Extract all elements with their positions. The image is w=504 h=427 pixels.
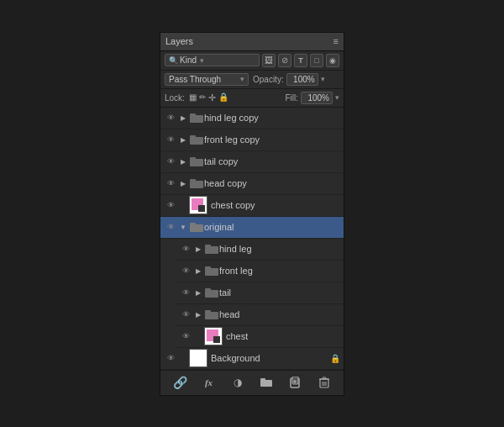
visibility-eye-original[interactable]: 👁: [164, 220, 177, 234]
visibility-eye-hind-leg[interactable]: 👁: [179, 242, 192, 256]
layer-name-tail-copy: tail copy: [204, 156, 340, 166]
bottom-bar: 🔗 fx ◑: [160, 370, 344, 395]
svg-rect-0: [190, 115, 203, 123]
visibility-eye-tail-copy[interactable]: 👁: [164, 155, 177, 168]
svg-rect-26: [323, 377, 326, 379]
fx-icon[interactable]: fx: [200, 374, 217, 391]
svg-rect-15: [205, 288, 211, 291]
layer-name-front-leg: front leg: [219, 266, 340, 276]
fill-chevron[interactable]: ▾: [335, 93, 339, 102]
visibility-eye-head[interactable]: 👁: [179, 308, 192, 321]
opacity-row: Opacity: 100% ▾: [253, 73, 325, 86]
expand-head-copy[interactable]: ▶: [177, 177, 189, 189]
layer-name-tail: tail: [219, 287, 340, 298]
layer-name-hind-leg-copy: hind leg copy: [204, 113, 340, 123]
opacity-label: Opacity:: [253, 75, 284, 84]
kind-toolbar-row: 🔍 Kind ▾ 🖼 ⊘ T □ ◉: [160, 51, 344, 71]
expand-head[interactable]: ▶: [192, 308, 204, 320]
svg-rect-18: [260, 380, 272, 387]
layer-item-head[interactable]: 👁 ▶ head: [176, 304, 344, 326]
lock-paint-icon[interactable]: ✏: [199, 92, 206, 103]
expand-tail[interactable]: ▶: [192, 287, 204, 298]
opacity-input[interactable]: 100%: [286, 73, 318, 86]
visibility-eye-chest-copy[interactable]: 👁: [164, 198, 177, 212]
lock-all-icon[interactable]: 🔒: [218, 92, 228, 103]
svg-rect-12: [205, 268, 218, 276]
expand-front-leg-copy[interactable]: ▶: [177, 134, 189, 145]
adjustment-filter-icon[interactable]: ⊘: [278, 54, 291, 67]
expand-hind-leg-copy[interactable]: ▶: [177, 112, 189, 124]
lock-icons: ▦ ✏ ✛ 🔒: [189, 92, 228, 103]
layer-item-original[interactable]: 👁 ▼ original: [160, 217, 344, 239]
lock-background-icon: 🔒: [330, 354, 340, 363]
add-mask-icon[interactable]: ◑: [229, 374, 246, 391]
panel-titlebar: Layers ≡: [160, 33, 344, 51]
svg-rect-7: [190, 179, 196, 182]
folder-icon-front-leg: [204, 265, 219, 277]
svg-rect-13: [205, 266, 211, 269]
smart-filter-icon[interactable]: ◉: [326, 54, 339, 67]
svg-rect-8: [190, 224, 203, 232]
folder-icon-hind-leg: [204, 243, 219, 255]
layer-name-head-copy: head copy: [204, 178, 340, 188]
folder-icon-original: [189, 221, 204, 233]
lock-row: Lock: ▦ ✏ ✛ 🔒 Fill: 100% ▾: [160, 89, 344, 108]
layer-name-front-leg-copy: front leg copy: [204, 134, 340, 145]
layer-item-background[interactable]: 👁 Background 🔒: [160, 348, 344, 370]
folder-icon-tail-copy: [189, 156, 204, 167]
svg-rect-19: [260, 378, 265, 381]
visibility-eye-front-leg-copy[interactable]: 👁: [164, 133, 177, 146]
visibility-eye-background[interactable]: 👁: [164, 351, 177, 365]
shape-filter-icon[interactable]: □: [310, 54, 323, 67]
opacity-chevron[interactable]: ▾: [321, 75, 325, 83]
image-filter-icon[interactable]: 🖼: [262, 54, 276, 67]
layer-item-tail[interactable]: 👁 ▶ tail: [176, 282, 344, 304]
thumbnail-chest: [204, 327, 223, 345]
new-layer-icon[interactable]: [286, 374, 303, 391]
layer-name-hind-leg: hind leg: [219, 244, 340, 254]
visibility-eye-head-copy[interactable]: 👁: [164, 177, 177, 190]
svg-rect-3: [190, 135, 196, 138]
delete-layer-icon[interactable]: [316, 374, 333, 391]
fill-label: Fill:: [285, 93, 298, 103]
visibility-eye-front-leg[interactable]: 👁: [179, 264, 192, 277]
layer-item-hind-leg[interactable]: 👁 ▶ hind leg: [176, 239, 344, 261]
lock-label: Lock:: [165, 93, 185, 103]
fill-input[interactable]: 100%: [301, 92, 333, 104]
new-group-icon[interactable]: [258, 374, 275, 391]
blend-mode-value: Pass Through: [169, 75, 240, 84]
expand-front-leg[interactable]: ▶: [192, 265, 204, 277]
svg-rect-17: [205, 310, 211, 313]
svg-rect-2: [190, 137, 203, 145]
layer-item-chest-copy[interactable]: 👁 chest copy: [160, 195, 344, 217]
expand-original[interactable]: ▼: [177, 221, 189, 233]
layer-item-front-leg[interactable]: 👁 ▶ front leg: [176, 261, 344, 282]
link-layers-icon[interactable]: 🔗: [171, 374, 188, 391]
svg-rect-14: [205, 290, 218, 298]
expand-hind-leg[interactable]: ▶: [192, 243, 204, 255]
svg-rect-10: [205, 246, 218, 254]
layer-item-hind-leg-copy[interactable]: 👁 ▶ hind leg copy: [160, 108, 344, 129]
layer-item-head-copy[interactable]: 👁 ▶ head copy: [160, 173, 344, 195]
type-filter-icon[interactable]: T: [294, 54, 307, 67]
layers-panel: Layers ≡ 🔍 Kind ▾ 🖼 ⊘ T □ ◉ Pass Through…: [160, 32, 344, 396]
layer-name-background: Background: [211, 353, 330, 363]
visibility-eye-tail[interactable]: 👁: [179, 286, 192, 299]
svg-rect-16: [205, 312, 218, 319]
layer-name-original: original: [204, 222, 340, 232]
blend-mode-selector[interactable]: Pass Through ▾: [165, 73, 249, 86]
layer-item-front-leg-copy[interactable]: 👁 ▶ front leg copy: [160, 129, 344, 151]
svg-rect-11: [205, 245, 211, 247]
expand-background: [177, 352, 189, 364]
expand-tail-copy[interactable]: ▶: [177, 156, 189, 167]
lock-move-icon[interactable]: ✛: [208, 92, 216, 103]
visibility-eye-hind-leg-copy[interactable]: 👁: [164, 111, 177, 124]
svg-rect-4: [190, 159, 203, 166]
panel-menu-icon[interactable]: ≡: [333, 36, 339, 46]
kind-selector[interactable]: 🔍 Kind ▾: [165, 54, 260, 66]
layer-item-tail-copy[interactable]: 👁 ▶ tail copy: [160, 151, 344, 173]
fill-row: Fill: 100% ▾: [285, 92, 339, 104]
visibility-eye-chest[interactable]: 👁: [179, 329, 192, 343]
layer-item-chest[interactable]: 👁 chest: [176, 326, 344, 348]
lock-transparency-icon[interactable]: ▦: [189, 92, 197, 103]
